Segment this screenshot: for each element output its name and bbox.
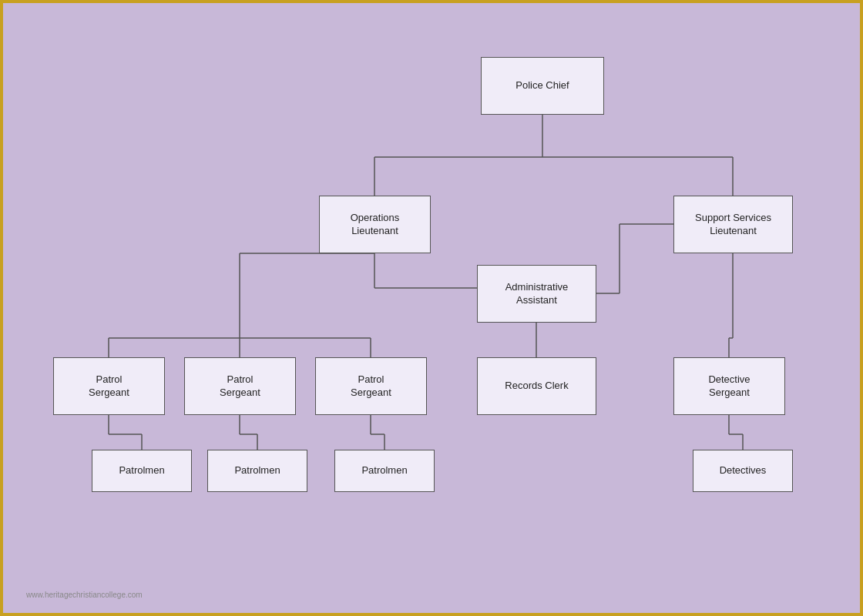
connector-lines bbox=[3, 3, 860, 613]
patrolmen2-box: Patrolmen bbox=[207, 450, 307, 492]
ps3-label: PatrolSergeant bbox=[351, 373, 391, 400]
records-clerk-box: Records Clerk bbox=[477, 357, 596, 415]
admin-asst-box: AdministrativeAssistant bbox=[477, 265, 596, 323]
patrolmen1-label: Patrolmen bbox=[119, 464, 164, 477]
patrolmen3-box: Patrolmen bbox=[334, 450, 435, 492]
ps3-box: PatrolSergeant bbox=[315, 357, 427, 415]
ps1-label: PatrolSergeant bbox=[89, 373, 129, 400]
watermark: www.heritagechristiancollege.com bbox=[26, 591, 143, 599]
detectives-box: Detectives bbox=[693, 450, 793, 492]
support-lt-label: Support ServicesLieutenant bbox=[695, 212, 771, 238]
patrolmen3-label: Patrolmen bbox=[361, 464, 407, 477]
support-lt-box: Support ServicesLieutenant bbox=[673, 196, 793, 253]
admin-asst-label: AdministrativeAssistant bbox=[505, 281, 569, 307]
det-sgt-box: DetectiveSergeant bbox=[673, 357, 785, 415]
patrolmen1-box: Patrolmen bbox=[92, 450, 192, 492]
ps2-label: PatrolSergeant bbox=[220, 373, 260, 400]
police-chief-label: Police Chief bbox=[515, 79, 569, 92]
police-chief-box: Police Chief bbox=[481, 57, 604, 115]
ps1-box: PatrolSergeant bbox=[53, 357, 165, 415]
ops-lt-label: OperationsLieutenant bbox=[351, 212, 400, 238]
det-sgt-label: DetectiveSergeant bbox=[708, 373, 750, 400]
records-clerk-label: Records Clerk bbox=[505, 380, 568, 393]
patrolmen2-label: Patrolmen bbox=[234, 464, 280, 477]
detectives-label: Detectives bbox=[720, 464, 767, 477]
ps2-box: PatrolSergeant bbox=[184, 357, 296, 415]
ops-lt-box: OperationsLieutenant bbox=[319, 196, 431, 253]
org-chart: Police Chief OperationsLieutenant Suppor… bbox=[3, 3, 860, 613]
